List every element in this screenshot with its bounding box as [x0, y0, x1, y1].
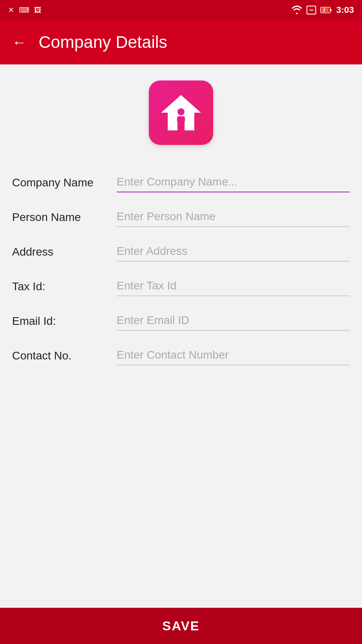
- input-address[interactable]: [117, 242, 350, 262]
- svg-point-9: [177, 108, 185, 116]
- input-wrapper-company-name: [117, 172, 350, 192]
- input-wrapper-contact-no: [117, 345, 350, 365]
- svg-rect-4: [321, 8, 329, 12]
- form-row-contact-no: Contact No.: [12, 338, 350, 373]
- input-contact-no[interactable]: [117, 345, 350, 365]
- back-button[interactable]: ←: [12, 34, 27, 51]
- save-button[interactable]: SAVE: [0, 608, 362, 644]
- input-wrapper-address: [117, 242, 350, 262]
- svg-rect-3: [330, 9, 331, 11]
- status-bar-left: ✕ ⌨ 🖼: [8, 6, 41, 14]
- company-logo: [149, 80, 213, 145]
- input-person-name[interactable]: [117, 207, 350, 227]
- svg-rect-10: [177, 116, 185, 122]
- app-bar: ← Company Details: [0, 20, 362, 64]
- battery-icon: [320, 6, 332, 14]
- signal-icon: [306, 6, 316, 14]
- keyboard-icon: ⌨: [19, 6, 29, 14]
- home-icon: [159, 91, 203, 135]
- form-row-address: Address: [12, 234, 350, 269]
- label-tax-id: Tax Id:: [12, 280, 117, 296]
- company-form: Company NamePerson NameAddressTax Id:Ema…: [12, 165, 350, 373]
- save-label: SAVE: [162, 619, 200, 634]
- input-wrapper-tax-id: [117, 276, 350, 296]
- label-company-name: Company Name: [12, 176, 117, 192]
- input-wrapper-email-id: [117, 311, 350, 331]
- image-icon: 🖼: [34, 6, 41, 14]
- label-person-name: Person Name: [12, 211, 117, 227]
- close-icon: ✕: [8, 6, 14, 14]
- form-row-email-id: Email Id:: [12, 303, 350, 338]
- label-email-id: Email Id:: [12, 315, 117, 331]
- form-row-tax-id: Tax Id:: [12, 269, 350, 303]
- input-tax-id[interactable]: [117, 276, 350, 296]
- page-title: Company Details: [39, 33, 167, 52]
- status-bar-right: 3:03: [291, 5, 354, 15]
- input-wrapper-person-name: [117, 207, 350, 227]
- form-row-person-name: Person Name: [12, 200, 350, 234]
- wifi-icon: [291, 6, 302, 14]
- content-area: Company NamePerson NameAddressTax Id:Ema…: [0, 64, 362, 389]
- status-time: 3:03: [336, 5, 354, 15]
- input-email-id[interactable]: [117, 311, 350, 331]
- input-company-name[interactable]: [117, 172, 350, 192]
- form-row-company-name: Company Name: [12, 165, 350, 200]
- status-bar: ✕ ⌨ 🖼 3:03: [0, 0, 362, 20]
- label-contact-no: Contact No.: [12, 349, 117, 365]
- label-address: Address: [12, 246, 117, 262]
